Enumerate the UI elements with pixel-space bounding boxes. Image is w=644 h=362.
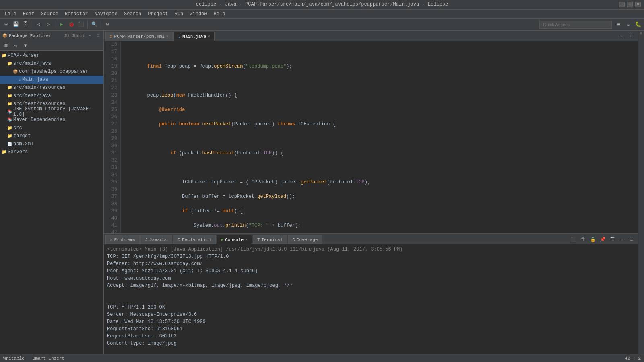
code-content[interactable]: final Pcap pcap = Pcap.openStream("tcpdu…: [121, 41, 638, 233]
toolbar-back-btn[interactable]: ◁: [34, 20, 43, 29]
link-with-editor-btn[interactable]: ⇔: [11, 41, 20, 50]
toolbar-debug-perspective-btn[interactable]: 🐛: [634, 20, 642, 29]
tree-item-label: com.javahelps.pcapparser: [19, 69, 89, 74]
menu-navigate[interactable]: Navigate: [91, 10, 121, 18]
main-tab-close[interactable]: ✕: [208, 34, 210, 39]
package-explorer-icon: 📦: [2, 33, 7, 38]
console-stop-btn[interactable]: ⬛: [569, 235, 578, 244]
tree-item-icon: 📚: [7, 117, 12, 122]
toolbar-perspective-btn[interactable]: ⊡: [103, 20, 112, 29]
menu-run[interactable]: Run: [171, 10, 187, 18]
console-pin-btn[interactable]: 📌: [598, 235, 607, 244]
maximize-button[interactable]: □: [627, 2, 633, 7]
console-line-7: [107, 296, 634, 304]
quick-access-input[interactable]: [539, 21, 612, 29]
editor-tab-main[interactable]: J Main.java ✕: [173, 32, 214, 41]
coverage-tab[interactable]: C Coverage: [288, 235, 322, 244]
menu-file[interactable]: File: [2, 10, 20, 18]
tree-item[interactable]: 📚JRE System Library [JavaSE-1.8]: [0, 108, 103, 116]
collapse-all-btn[interactable]: ⊟: [2, 41, 10, 50]
console-line-8: TCP: HTTP/1.1 200 OK: [107, 304, 634, 311]
tree-item[interactable]: 📁src/main/resources: [0, 84, 103, 92]
package-tree: 📁PCAP-Parser📁src/main/java📦com.javahelps…: [0, 51, 103, 354]
console-options-btn[interactable]: ☰: [608, 235, 617, 244]
editor-tab-pom[interactable]: x PCAP-Parser/pom.xml ✕: [105, 32, 173, 41]
menu-window[interactable]: Window: [186, 10, 210, 18]
tree-item-label: JRE System Library [JavaSE-1.8]: [13, 106, 102, 117]
console-line-11: RequestStartSec: 918168061: [107, 325, 634, 333]
left-panel-header: 📦 Package Explorer JU JUnit – □: [0, 31, 103, 41]
minimize-button[interactable]: —: [619, 2, 625, 7]
tree-item-icon: ☕: [19, 77, 21, 82]
javadoc-icon: J: [145, 237, 148, 242]
tree-item[interactable]: 📁src/test/java: [0, 92, 103, 100]
main-tab-label: Main.java: [182, 34, 206, 39]
tree-item[interactable]: 📦com.javahelps.pcapparser: [0, 68, 103, 76]
tree-item-label: target: [13, 133, 31, 139]
close-button[interactable]: ✕: [635, 2, 641, 7]
tree-item[interactable]: ☕Main.java: [0, 76, 103, 84]
menu-search[interactable]: Search: [121, 10, 144, 18]
console-tab[interactable]: ▶ Console ✕: [217, 235, 252, 244]
left-panel: 📦 Package Explorer JU JUnit – □ ⊟ ⇔ ▼ 📁P…: [0, 31, 104, 354]
javadoc-tab[interactable]: J Javadoc: [140, 235, 172, 244]
toolbar-java-btn[interactable]: ☕: [624, 20, 633, 29]
problems-tab[interactable]: ⚠ Problems: [105, 235, 140, 244]
declaration-tab[interactable]: D Declaration: [173, 235, 215, 244]
tree-item[interactable]: 📁src/main/java: [0, 60, 103, 68]
left-panel-toolbar: ⊟ ⇔ ▼: [0, 41, 103, 51]
menu-source[interactable]: Source: [38, 10, 62, 18]
pom-tab-icon: x: [110, 34, 113, 39]
menu-refactor[interactable]: Refactor: [62, 10, 91, 18]
console-line-6: [107, 289, 634, 296]
code-editor[interactable]: 16 17 18 19 20 21 22 23 24 25 26 27 28 2…: [104, 41, 638, 233]
editor-max-btn[interactable]: □: [627, 32, 636, 41]
main-tab-icon: J: [178, 34, 181, 39]
declaration-icon: D: [178, 237, 180, 242]
toolbar: ⊞ 💾 🗄 ◁ ▷ ▶ 🐞 ⬛ 🔍 ⊡ ⊞ ☕ 🐛: [0, 19, 644, 31]
tree-item-icon: 📁: [7, 134, 12, 138]
console-min-btn[interactable]: –: [617, 235, 626, 244]
pom-tab-close[interactable]: ✕: [166, 34, 168, 39]
tree-item-icon: 📁: [2, 53, 6, 58]
minimize-panel-btn[interactable]: –: [87, 33, 93, 39]
menu-help[interactable]: Help: [211, 10, 229, 18]
tree-item-icon: 📁: [2, 150, 6, 154]
terminal-tab[interactable]: T Terminal: [253, 235, 287, 244]
maximize-panel-btn[interactable]: □: [95, 33, 101, 39]
menu-edit[interactable]: Edit: [20, 10, 38, 18]
tree-item[interactable]: 📁PCAP-Parser: [0, 51, 103, 60]
tree-item[interactable]: 📄pom.xml: [0, 140, 103, 148]
tree-item-icon: 📄: [7, 142, 12, 146]
tree-item-label: src/main/resources: [13, 85, 66, 90]
toolbar-forward-btn[interactable]: ▷: [44, 20, 53, 29]
toolbar-new-btn[interactable]: ⊞: [2, 20, 10, 29]
toolbar-open-perspective-btn[interactable]: ⊞: [614, 20, 623, 29]
toolbar-run-btn[interactable]: ▶: [57, 20, 66, 29]
terminal-label: Terminal: [261, 237, 283, 242]
console-scroll-lock-btn[interactable]: 🔒: [588, 235, 597, 244]
toolbar-search-btn[interactable]: 🔍: [90, 20, 99, 29]
status-position: 42 : 2: [625, 356, 641, 361]
package-explorer-tab-label[interactable]: Package Explorer: [9, 33, 60, 38]
console-clear-btn[interactable]: 🗑: [579, 235, 588, 244]
toolbar-save-btn[interactable]: 💾: [11, 20, 20, 29]
menu-project[interactable]: Project: [144, 10, 171, 18]
tree-item[interactable]: 📁src: [0, 124, 103, 132]
junit-tab-label[interactable]: JU JUnit: [64, 33, 85, 38]
console-line-12: RequestStartUsec: 602162: [107, 333, 634, 340]
console-line-5: Accept: image/gif, image/x-xbitmap, imag…: [107, 282, 634, 289]
title-bar: eclipse - Java - PCAP-Parser/src/main/ja…: [0, 0, 644, 10]
toolbar-stop-btn[interactable]: ⬛: [76, 20, 85, 29]
tree-item-label: pom.xml: [13, 141, 33, 147]
tree-item[interactable]: 📁target: [0, 132, 103, 140]
console-tab-close[interactable]: ✕: [245, 237, 247, 242]
editor-min-btn[interactable]: –: [617, 32, 625, 41]
console-max-btn[interactable]: □: [627, 235, 636, 244]
tree-item-icon: 📚: [7, 109, 12, 114]
tree-item[interactable]: 📁Servers: [0, 148, 103, 156]
toolbar-debug-btn[interactable]: 🐞: [67, 20, 76, 29]
panel-menu-btn[interactable]: ▼: [21, 41, 30, 50]
tree-item-label: Maven Dependencies: [13, 117, 66, 123]
toolbar-saveall-btn[interactable]: 🗄: [21, 20, 30, 29]
